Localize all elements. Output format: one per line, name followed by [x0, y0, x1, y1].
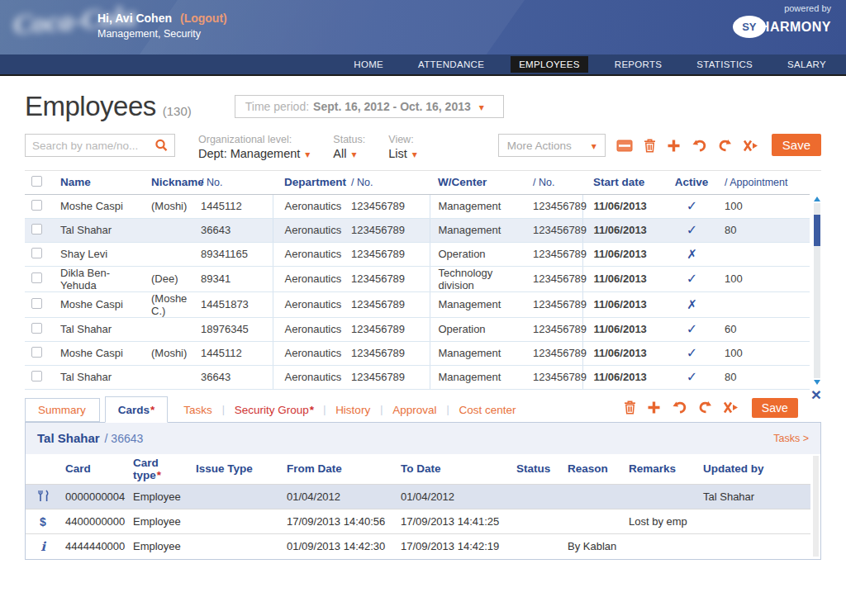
- row-checkbox[interactable]: [31, 347, 42, 358]
- column-header[interactable]: / No.: [345, 171, 430, 194]
- employee-row[interactable]: Moshe Caspi (Moshe C.) 14451873 Aeronaut…: [25, 291, 810, 317]
- save-button[interactable]: Save: [772, 134, 821, 156]
- card-row[interactable]: 0000000004 Employee 01/04/2012 01/04/201…: [26, 485, 810, 509]
- card-row[interactable]: 4444440000 Employee 01/09/2013 14:42:30 …: [26, 534, 810, 559]
- detail-tab[interactable]: Tasks: [173, 398, 224, 422]
- table-scrollbar[interactable]: [813, 195, 821, 386]
- cards-column-header[interactable]: Remarks: [624, 454, 698, 485]
- search-box[interactable]: [25, 134, 175, 157]
- employee-row[interactable]: Moshe Caspi (Moshi) 1445112 Aeronautics …: [25, 341, 810, 365]
- delete-icon[interactable]: [624, 396, 636, 419]
- scrollbar-thumb[interactable]: [814, 215, 820, 246]
- nav-item[interactable]: HOME: [345, 56, 392, 73]
- export-excel-icon[interactable]: [723, 396, 739, 419]
- row-checkbox[interactable]: [31, 371, 42, 381]
- card-row[interactable]: 4400000000 Employee 17/09/2013 14:40:56 …: [26, 509, 810, 534]
- cell-dept-no: 123456789: [345, 194, 430, 218]
- row-checkbox[interactable]: [31, 200, 42, 211]
- cards-column-header[interactable]: Status: [511, 454, 563, 485]
- nav-item[interactable]: REPORTS: [606, 56, 670, 73]
- time-period-dropdown[interactable]: Time period: Sept. 16, 2012 - Oct. 16, 2…: [235, 95, 504, 118]
- redo-icon[interactable]: [718, 134, 732, 157]
- cell-reason: [563, 509, 624, 534]
- scrollbar-track[interactable]: [814, 203, 820, 378]
- cell-no: 89341165: [194, 242, 273, 266]
- detail-tab[interactable]: Cost center: [448, 398, 527, 422]
- cards-column-header[interactable]: Updated by: [698, 454, 810, 485]
- status-label: Status:: [333, 134, 365, 145]
- add-icon[interactable]: [667, 134, 681, 157]
- cell-reason: By Kablan: [563, 534, 624, 559]
- column-header[interactable]: / Appointment: [715, 171, 810, 194]
- nav-item[interactable]: EMPLOYEES: [511, 56, 588, 73]
- cards-view-icon[interactable]: [616, 134, 633, 157]
- view-dropdown[interactable]: List: [388, 147, 417, 160]
- org-level-filter: Organizational level: Dept: Management: [198, 134, 310, 160]
- cards-scrollbar[interactable]: [813, 456, 819, 557]
- detail-tab[interactable]: Cards*: [105, 396, 169, 423]
- close-icon[interactable]: [811, 388, 821, 405]
- selected-employee-strip: Tal Shahar / 36643 Tasks >: [26, 423, 820, 454]
- column-header[interactable]: Name: [54, 171, 145, 194]
- nav-item[interactable]: STATISTICS: [688, 56, 761, 73]
- column-header[interactable]: / No.: [526, 171, 582, 194]
- employee-row[interactable]: Tal Shahar 36643 Aeronautics 123456789 M…: [25, 218, 810, 242]
- row-checkbox[interactable]: [31, 248, 42, 258]
- detail-tab[interactable]: Approval: [382, 398, 448, 422]
- export-excel-icon[interactable]: [743, 134, 758, 157]
- logout-link[interactable]: (Logout): [180, 12, 227, 25]
- cell-from-date: 01/09/2013 14:42:30: [282, 534, 396, 559]
- row-checkbox[interactable]: [31, 323, 42, 334]
- scroll-up-icon[interactable]: [814, 197, 820, 201]
- undo-icon[interactable]: [672, 396, 687, 419]
- redo-icon[interactable]: [698, 396, 712, 419]
- search-input[interactable]: [32, 140, 154, 152]
- column-header[interactable]: Active: [669, 171, 715, 194]
- delete-icon[interactable]: [644, 134, 656, 157]
- select-all-checkbox[interactable]: [31, 176, 42, 187]
- cards-column-header[interactable]: Issue Type: [191, 454, 282, 485]
- nav-item[interactable]: ATTENDANCE: [410, 56, 492, 73]
- cell-dept-no: 123456789: [345, 365, 430, 389]
- panel-save-button[interactable]: Save: [752, 398, 798, 418]
- cards-column-header[interactable]: To Date: [396, 454, 511, 485]
- cell-no: 36643: [194, 365, 273, 389]
- employee-row[interactable]: Moshe Caspi (Moshi) 1445112 Aeronautics …: [25, 194, 810, 218]
- column-header[interactable]: / No.: [194, 171, 273, 194]
- employee-row[interactable]: Tal Shahar 36643 Aeronautics 123456789 M…: [25, 365, 810, 389]
- status-dropdown[interactable]: All: [333, 147, 365, 160]
- column-header[interactable]: Start date: [582, 171, 669, 194]
- cell-appointment: 80: [715, 365, 810, 389]
- cards-column-header[interactable]: Card type*: [128, 454, 191, 485]
- more-actions-dropdown[interactable]: More Actions: [498, 134, 606, 157]
- cards-column-header[interactable]: From Date: [282, 454, 396, 485]
- employee-row[interactable]: Dikla Ben-Yehuda (Dee) 89341 Aeronautics…: [25, 266, 810, 291]
- detail-tab[interactable]: History: [325, 398, 382, 422]
- column-header[interactable]: Nickname: [145, 171, 194, 194]
- detail-tab[interactable]: Security Group*: [224, 398, 325, 422]
- view-label: View:: [388, 134, 417, 145]
- search-icon[interactable]: [154, 139, 168, 152]
- nav-item[interactable]: SALARY: [779, 56, 834, 73]
- cell-from-date: 01/04/2012: [282, 485, 396, 509]
- column-header[interactable]: Department: [273, 171, 345, 194]
- filter-row: Organizational level: Dept: Management S…: [25, 134, 821, 160]
- employee-row[interactable]: Shay Levi 89341165 Aeronautics 123456789…: [25, 242, 810, 266]
- undo-icon[interactable]: [692, 134, 707, 157]
- row-checkbox[interactable]: [31, 224, 42, 235]
- row-checkbox[interactable]: [31, 298, 42, 309]
- cell-appointment: [715, 291, 810, 317]
- column-header[interactable]: W/Center: [430, 171, 526, 194]
- detail-tab[interactable]: Summary: [25, 398, 100, 422]
- employee-row[interactable]: Tal Shahar 18976345 Aeronautics 12345678…: [25, 317, 810, 341]
- tasks-link[interactable]: Tasks >: [773, 433, 809, 444]
- row-checkbox[interactable]: [31, 272, 42, 283]
- org-level-dropdown[interactable]: Dept: Management: [198, 147, 310, 160]
- cell-start-date: 11/06/2013: [582, 266, 669, 291]
- cards-column-header[interactable]: Card: [60, 454, 128, 485]
- active-status-icon: [687, 225, 697, 237]
- cards-column-header[interactable]: Reason: [563, 454, 624, 485]
- add-icon[interactable]: [647, 396, 661, 419]
- cell-nickname: [145, 317, 194, 341]
- syharmony-logo: SY HARMONY: [733, 16, 831, 38]
